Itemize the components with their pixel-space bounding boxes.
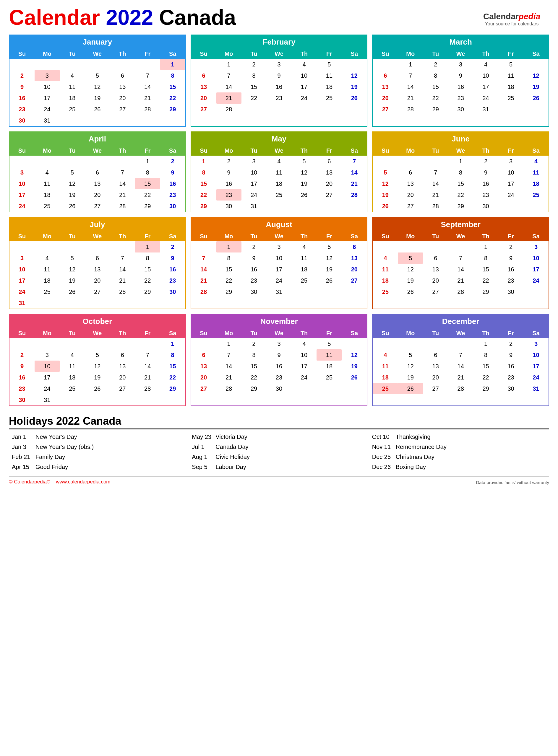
day-cell: 23: [473, 189, 498, 200]
day-cell: 10: [242, 167, 267, 178]
day-cell: [291, 383, 316, 394]
day-cell: 17: [473, 81, 498, 92]
day-cell: 3: [524, 241, 549, 252]
day-cell: 30: [498, 286, 524, 297]
day-header-mo: Mo: [216, 146, 242, 156]
day-cell: 4: [34, 167, 60, 178]
holiday-column-1: May 23Victoria DayJul 1Canada DayAug 1Ci…: [189, 432, 369, 472]
day-cell: 22: [160, 372, 185, 383]
day-headers: SuMoTuWeThFrSa: [9, 49, 185, 59]
day-cell: 7: [135, 349, 160, 360]
day-cell: 28: [110, 200, 135, 212]
day-cell: 23: [216, 189, 242, 200]
day-cell: 2: [423, 59, 448, 70]
day-cell: 1: [160, 338, 185, 349]
day-cell: 7: [448, 349, 473, 360]
day-header-su: Su: [373, 232, 398, 241]
day-header-tu: Tu: [60, 328, 85, 338]
day-header-th: Th: [291, 232, 316, 241]
logo-subtitle: Your source for calendars: [483, 21, 540, 27]
day-cell: 15: [216, 264, 242, 275]
day-cell: 18: [498, 81, 524, 92]
day-cell: 3: [524, 338, 549, 349]
month-block-april: AprilSuMoTuWeThFrSa123456789101112131415…: [9, 131, 186, 212]
day-header-tu: Tu: [423, 328, 448, 338]
day-cell: [342, 286, 367, 297]
day-cell: 26: [524, 92, 549, 104]
day-cell: 20: [316, 178, 342, 189]
day-cell: 21: [216, 372, 242, 383]
day-header-we: We: [267, 146, 292, 156]
day-cell: 25: [524, 189, 549, 200]
day-cell: [342, 104, 367, 115]
footer-disclaimer: Data provided 'as is' without warranty: [476, 480, 549, 485]
day-cell: 2: [242, 241, 267, 252]
day-cell: 30: [9, 394, 34, 405]
day-header-su: Su: [191, 49, 216, 59]
day-cell: 14: [216, 81, 242, 92]
day-header-th: Th: [291, 328, 316, 338]
day-cell: 21: [135, 92, 160, 104]
day-cell: 18: [373, 275, 398, 286]
day-cell: 10: [498, 167, 524, 178]
day-cell: 23: [160, 275, 185, 286]
day-cell: 8: [242, 349, 267, 360]
day-cell: 1: [216, 241, 242, 252]
day-cell: 26: [60, 200, 85, 212]
day-cell: 9: [160, 167, 185, 178]
day-cell: [60, 115, 85, 126]
day-header-fr: Fr: [316, 328, 342, 338]
day-cell: [110, 59, 135, 70]
day-header-fr: Fr: [498, 49, 524, 59]
day-cell: 11: [34, 264, 60, 275]
day-cell: 26: [398, 383, 423, 394]
day-cell: 25: [34, 200, 60, 212]
day-headers: SuMoTuWeThFrSa: [9, 232, 185, 241]
day-cell: 25: [373, 286, 398, 297]
day-cell: 26: [85, 104, 110, 115]
day-header-fr: Fr: [135, 328, 160, 338]
month-block-may: MaySuMoTuWeThFrSa12345678910111213141516…: [191, 131, 367, 212]
day-cell: 20: [398, 189, 423, 200]
day-cell: [60, 338, 85, 349]
day-cell: 25: [498, 92, 524, 104]
day-cell: [316, 383, 342, 394]
day-cell: [135, 59, 160, 70]
day-header-tu: Tu: [60, 232, 85, 241]
day-cell: 20: [110, 372, 135, 383]
day-cell: 21: [110, 189, 135, 200]
day-header-we: We: [448, 146, 473, 156]
day-header-su: Su: [9, 146, 34, 156]
month-header-june: June: [373, 132, 549, 146]
day-cell: 18: [34, 275, 60, 286]
day-header-sa: Sa: [342, 328, 367, 338]
day-cell: 10: [291, 70, 316, 81]
day-cell: [9, 241, 34, 252]
day-cell: [373, 59, 398, 70]
day-cell: 17: [524, 264, 549, 275]
day-cell: 20: [191, 92, 216, 104]
day-cell: 24: [242, 189, 267, 200]
day-cell: 21: [448, 275, 473, 286]
day-cell: [191, 338, 216, 349]
day-cell: 3: [34, 349, 60, 360]
day-header-su: Su: [373, 328, 398, 338]
day-cell: 7: [423, 167, 448, 178]
day-cell: 26: [291, 189, 316, 200]
day-cell: 6: [342, 241, 367, 252]
holiday-row: Nov 11Remembrance Day: [372, 442, 546, 452]
day-cell: 25: [373, 383, 398, 394]
day-header-we: We: [85, 49, 110, 59]
day-header-th: Th: [291, 146, 316, 156]
day-cell: [160, 115, 185, 126]
day-header-mo: Mo: [398, 232, 423, 241]
day-cell: 6: [373, 70, 398, 81]
day-cell: 13: [110, 81, 135, 92]
day-cell: 24: [9, 286, 34, 297]
day-cell: 2: [9, 349, 34, 360]
day-cell: 11: [267, 167, 292, 178]
footer-copyright: © Calendarpedia®: [9, 479, 50, 485]
days-grid: 1234567891011121314151617181920212223242…: [9, 59, 185, 126]
day-cell: 8: [473, 252, 498, 264]
day-cell: 31: [524, 383, 549, 394]
